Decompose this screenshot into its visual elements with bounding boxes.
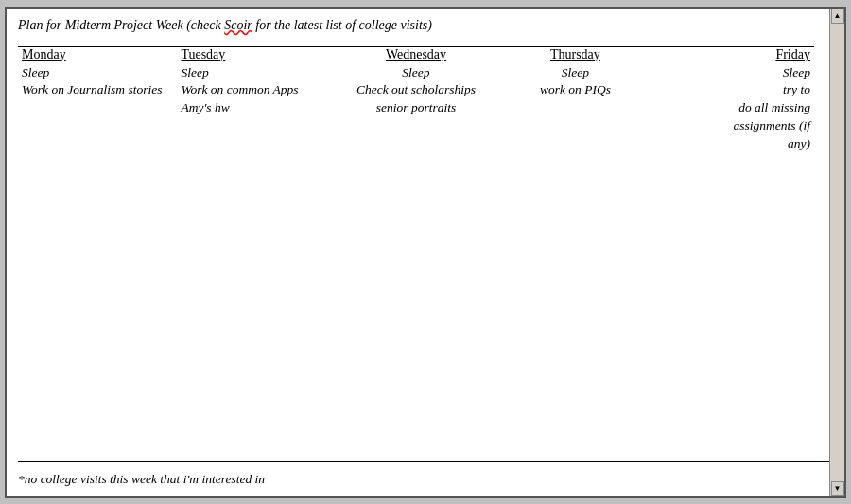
wednesday-content: Sleep Check out scholarships senior port… — [340, 64, 492, 118]
thursday-content: Sleep work on PIQs — [499, 64, 651, 100]
scrollbar[interactable]: ▲ ▼ — [829, 9, 844, 496]
scoir-link[interactable]: Scoir — [224, 18, 252, 32]
monday-content: Sleep Work on Journalism stories — [22, 64, 173, 100]
scroll-up-arrow[interactable]: ▲ — [831, 9, 844, 24]
monday-label: Monday — [22, 47, 173, 62]
wednesday-label: Wednesday — [340, 47, 492, 62]
header-text-after: for the latest list of college visits) — [252, 18, 432, 32]
main-window: ▲ ▼ Plan for Midterm Project Week (check… — [5, 7, 846, 498]
header-text-before: Plan for Midterm Project Week (check — [18, 18, 224, 32]
thursday-label: Thursday — [499, 47, 651, 62]
tuesday-content: Sleep Work on common Apps Amy's hw — [181, 64, 332, 118]
week-grid: Monday Sleep Work on Journalism stories … — [18, 46, 833, 461]
header-text: Plan for Midterm Project Week (check Sco… — [18, 18, 833, 33]
scroll-down-arrow[interactable]: ▼ — [831, 481, 844, 496]
wednesday-column: Wednesday Sleep Check out scholarships s… — [337, 46, 495, 461]
friday-column: Friday Sleep try to do all missing assig… — [655, 46, 814, 461]
tuesday-label: Tuesday — [181, 47, 332, 62]
thursday-column: Thursday Sleep work on PIQs — [495, 46, 654, 461]
tuesday-column: Tuesday Sleep Work on common Apps Amy's … — [177, 46, 336, 461]
monday-column: Monday Sleep Work on Journalism stories — [18, 46, 177, 461]
footer-note: *no college visits this week that i'm in… — [18, 461, 833, 487]
friday-content: Sleep try to do all missing assignments … — [659, 64, 810, 153]
friday-label: Friday — [659, 47, 810, 62]
